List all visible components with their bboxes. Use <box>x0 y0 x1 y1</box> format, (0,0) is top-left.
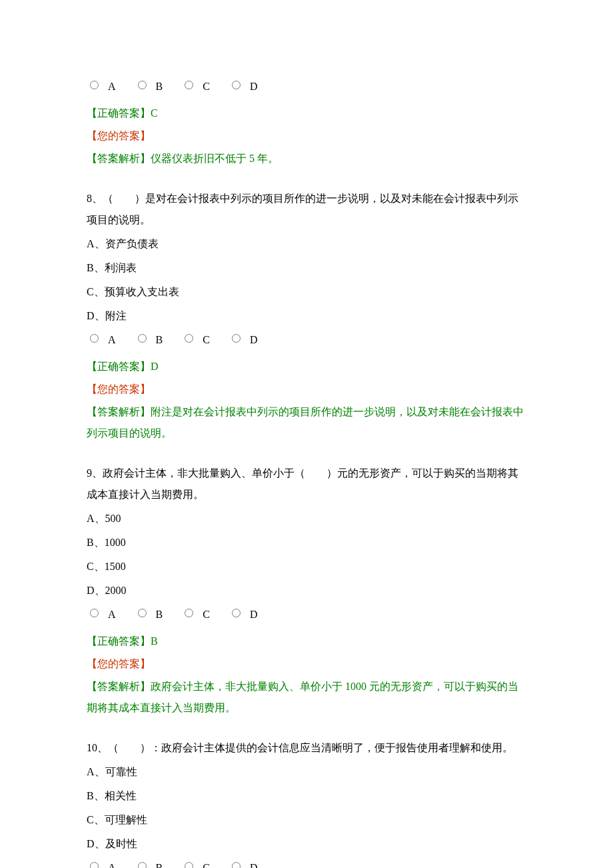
radio-input[interactable] <box>232 862 241 868</box>
question-block: 10、（ ）：政府会计主体提供的会计信息应当清晰明了，便于报告使用者理解和使用。… <box>87 737 526 868</box>
radio-input[interactable] <box>90 862 99 868</box>
your-answer: 【您的答案】 <box>87 379 526 400</box>
radio-input[interactable] <box>232 334 241 343</box>
option-c: C、预算收入支出表 <box>87 281 526 303</box>
radio-option-c[interactable]: C <box>181 76 210 97</box>
radio-input[interactable] <box>232 609 241 617</box>
option-a: A、可靠性 <box>87 761 526 783</box>
radio-label: D <box>250 857 258 868</box>
radio-input[interactable] <box>138 609 147 617</box>
radio-label: B <box>156 857 163 868</box>
radio-option-b[interactable]: B <box>135 329 163 351</box>
radio-option-b[interactable]: B <box>135 604 163 625</box>
question-stem: 8、（ ）是对在会计报表中列示的项目所作的进一步说明，以及对未能在会计报表中列示… <box>87 188 526 231</box>
option-b: B、利润表 <box>87 257 526 279</box>
explanation: 【答案解析】仪器仪表折旧不低于 5 年。 <box>87 148 526 169</box>
radio-option-d[interactable]: D <box>229 604 258 625</box>
radio-row: A B C D <box>87 604 526 625</box>
radio-option-a[interactable]: A <box>87 857 116 868</box>
radio-label: B <box>156 76 163 97</box>
radio-label: D <box>250 76 258 97</box>
radio-label: D <box>250 329 258 351</box>
radio-input[interactable] <box>185 609 193 617</box>
option-b: B、1000 <box>87 532 526 553</box>
your-answer: 【您的答案】 <box>87 653 526 675</box>
radio-option-a[interactable]: A <box>87 604 116 625</box>
your-answer: 【您的答案】 <box>87 125 526 147</box>
radio-label: D <box>250 604 258 625</box>
radio-row: A B C D <box>87 857 526 868</box>
radio-option-a[interactable]: A <box>87 329 116 351</box>
radio-option-c[interactable]: C <box>181 329 210 351</box>
correct-answer: 【正确答案】B <box>87 631 526 652</box>
radio-label: A <box>108 76 116 97</box>
radio-input[interactable] <box>90 334 99 343</box>
correct-answer: 【正确答案】D <box>87 356 526 377</box>
explanation: 【答案解析】政府会计主体，非大批量购入、单价小于 1000 元的无形资产，可以于… <box>87 676 526 719</box>
radio-input[interactable] <box>185 862 193 868</box>
radio-option-d[interactable]: D <box>229 857 258 868</box>
option-d: D、及时性 <box>87 833 526 855</box>
option-a: A、500 <box>87 508 526 529</box>
radio-option-d[interactable]: D <box>229 329 258 351</box>
radio-input[interactable] <box>138 334 147 343</box>
radio-label: C <box>203 329 210 351</box>
radio-input[interactable] <box>185 81 193 89</box>
radio-label: C <box>203 857 210 868</box>
radio-label: A <box>108 604 116 625</box>
radio-input[interactable] <box>185 334 193 343</box>
option-b: B、相关性 <box>87 785 526 807</box>
radio-label: C <box>203 604 210 625</box>
option-c: C、1500 <box>87 556 526 577</box>
radio-row: A B C D <box>87 329 526 351</box>
radio-row: A B C D <box>87 76 526 97</box>
option-c: C、可理解性 <box>87 809 526 831</box>
radio-label: A <box>108 857 116 868</box>
option-d: D、2000 <box>87 580 526 601</box>
question-block: A B C D 【正确答案】C 【您的答案】 【答案解析】仪器仪表折旧不低于 5… <box>87 76 526 169</box>
question-block: 9、政府会计主体，非大批量购入、单价小于（ ）元的无形资产，可以于购买的当期将其… <box>87 463 526 719</box>
radio-input[interactable] <box>232 81 241 89</box>
radio-input[interactable] <box>90 609 99 617</box>
radio-label: C <box>203 76 210 97</box>
question-stem: 10、（ ）：政府会计主体提供的会计信息应当清晰明了，便于报告使用者理解和使用。 <box>87 737 526 759</box>
radio-label: B <box>156 329 163 351</box>
radio-option-c[interactable]: C <box>181 604 210 625</box>
radio-input[interactable] <box>90 81 99 89</box>
correct-answer: 【正确答案】C <box>87 103 526 124</box>
option-d: D、附注 <box>87 305 526 327</box>
radio-option-a[interactable]: A <box>87 76 116 97</box>
radio-label: A <box>108 329 116 351</box>
radio-label: B <box>156 604 163 625</box>
question-block: 8、（ ）是对在会计报表中列示的项目所作的进一步说明，以及对未能在会计报表中列示… <box>87 188 526 444</box>
radio-option-d[interactable]: D <box>229 76 258 97</box>
radio-input[interactable] <box>138 81 147 89</box>
radio-option-b[interactable]: B <box>135 857 163 868</box>
radio-input[interactable] <box>138 862 147 868</box>
radio-option-c[interactable]: C <box>181 857 210 868</box>
question-stem: 9、政府会计主体，非大批量购入、单价小于（ ）元的无形资产，可以于购买的当期将其… <box>87 463 526 505</box>
option-a: A、资产负债表 <box>87 233 526 255</box>
explanation: 【答案解析】附注是对在会计报表中列示的项目所作的进一步说明，以及对未能在会计报表… <box>87 401 526 444</box>
radio-option-b[interactable]: B <box>135 76 163 97</box>
